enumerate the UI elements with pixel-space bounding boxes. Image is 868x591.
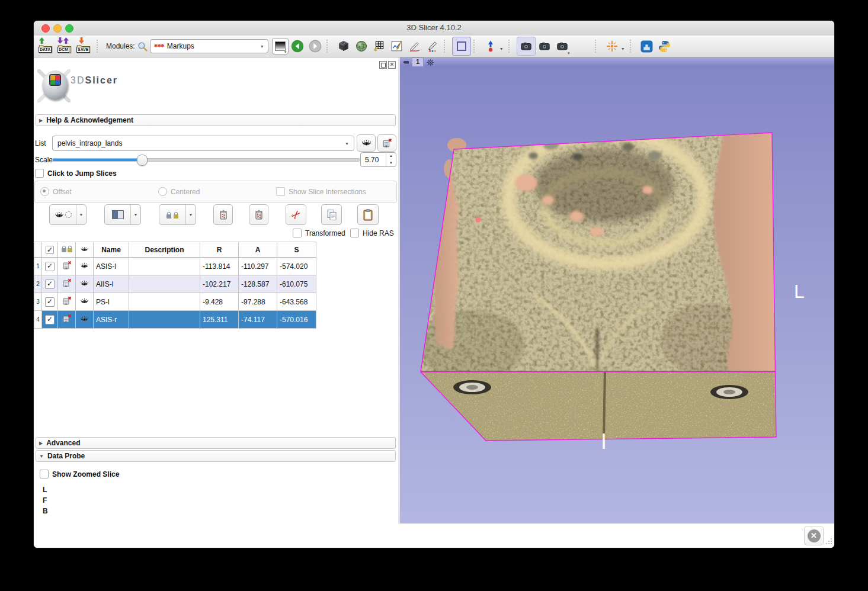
module-history-button[interactable]: ▼ — [272, 38, 289, 54]
undock-panel-button[interactable] — [379, 61, 387, 69]
r-cell[interactable]: -113.814 — [200, 258, 239, 275]
segment-editor-button[interactable] — [424, 37, 441, 55]
corner-header[interactable] — [34, 242, 42, 258]
locked-column-header[interactable] — [58, 242, 76, 258]
scene-view-restore-button[interactable]: ▼ — [553, 37, 571, 55]
checkbox-box[interactable] — [35, 169, 44, 178]
markups-list-combobox[interactable]: pelvis_intraop_lands ▼ — [52, 136, 354, 151]
cut-markup-button[interactable]: ✂ — [286, 204, 306, 225]
screenshot-button[interactable] — [517, 37, 536, 56]
centered-radio[interactable]: Centered — [158, 187, 200, 196]
s-cell[interactable]: -570.016 — [277, 311, 316, 329]
selected-column-header[interactable]: ✓ — [42, 242, 58, 258]
table-row[interactable]: 2 ✓ AIIS-l -102.217 -128.587 -610.075 — [34, 275, 316, 293]
table-row[interactable]: 3 ✓ PS-l -9.428 -97.288 -643.568 — [34, 293, 316, 311]
selected-dropdown[interactable]: ▼ — [130, 205, 140, 224]
visible-cell[interactable] — [76, 311, 94, 329]
name-cell[interactable]: ASIS-r — [94, 311, 129, 329]
save-button[interactable]: SAVE — [75, 37, 92, 55]
name-cell[interactable]: ASIS-l — [94, 258, 129, 275]
python-console-button[interactable] — [656, 37, 674, 55]
close-panel-button[interactable]: ✕ — [388, 61, 396, 69]
a-cell[interactable]: -74.117 — [239, 311, 277, 329]
offset-radio[interactable]: Offset — [40, 187, 72, 196]
crosshair-button[interactable] — [603, 37, 621, 55]
modules-forward-button[interactable] — [306, 37, 324, 55]
paste-markup-button[interactable] — [357, 204, 379, 225]
checkbox-box[interactable] — [40, 470, 49, 478]
description-cell[interactable] — [129, 293, 200, 311]
scale-slider[interactable] — [52, 158, 360, 162]
fiducial-dropdown-arrow[interactable]: ▼ — [499, 47, 504, 51]
layout-selector-button[interactable] — [452, 37, 471, 56]
checkbox-box[interactable] — [276, 187, 285, 196]
modules-back-button[interactable] — [289, 37, 306, 55]
help-acknowledgement-section[interactable]: ▶ Help & Acknowledgement — [36, 114, 396, 126]
volumes-module-button[interactable] — [335, 37, 353, 55]
checkbox-box[interactable] — [293, 229, 302, 237]
r-cell[interactable]: -102.217 — [200, 275, 239, 293]
spin-down-icon[interactable]: ▼ — [386, 160, 396, 167]
locked-cell[interactable] — [58, 293, 76, 311]
a-cell[interactable]: -97.288 — [239, 293, 277, 311]
transformed-checkbox[interactable]: Transformed — [293, 229, 345, 237]
show-zoomed-slice-checkbox[interactable]: Show Zoomed Slice — [40, 470, 119, 478]
r-cell[interactable]: -9.428 — [200, 293, 239, 311]
annotations-module-button[interactable] — [388, 37, 406, 55]
visible-column-header[interactable] — [76, 242, 94, 258]
delete-selected-markups-button[interactable] — [213, 204, 233, 225]
checkbox-box[interactable] — [350, 229, 359, 237]
a-cell[interactable]: -128.587 — [239, 275, 277, 293]
s-cell[interactable]: -643.568 — [277, 293, 316, 311]
slider-handle[interactable] — [137, 155, 148, 166]
view-3d-header[interactable]: 1 — [400, 57, 834, 67]
visible-cell[interactable] — [76, 275, 94, 293]
slice-intersections-checkbox[interactable]: Show Slice Intersections — [276, 187, 366, 196]
s-cell[interactable]: -610.075 — [277, 275, 316, 293]
toggle-lock-button[interactable]: ▼ — [159, 204, 196, 225]
crosshair-dropdown-arrow[interactable]: ▼ — [621, 47, 625, 51]
load-dicom-button[interactable]: DCM — [56, 37, 73, 55]
name-cell[interactable]: PS-l — [94, 293, 129, 311]
description-cell[interactable] — [129, 258, 200, 275]
visibility-dropdown[interactable]: ▼ — [76, 205, 86, 224]
extensions-manager-button[interactable] — [638, 37, 656, 55]
jump-slices-checkbox[interactable]: Click to Jump Slices — [35, 169, 117, 178]
table-row-selected[interactable]: 4 ✓ ASIS-r 125.311 -74.117 -570.016 — [34, 311, 316, 329]
description-column-header[interactable]: Description — [129, 242, 200, 258]
toggle-selected-button[interactable]: ▼ — [104, 204, 141, 225]
a-cell[interactable]: -110.297 — [239, 258, 277, 275]
lock-dropdown[interactable]: ▼ — [185, 205, 196, 224]
place-fiducial-button[interactable] — [482, 37, 499, 55]
r-column-header[interactable]: R — [200, 242, 239, 258]
scene-view-capture-button[interactable] — [536, 37, 553, 55]
module-search-icon[interactable] — [137, 41, 148, 52]
advanced-section[interactable]: ▶ Advanced — [36, 437, 396, 449]
selected-cell[interactable]: ✓ — [42, 311, 58, 329]
module-selector[interactable]: ✱✱✱ Markups ▼ — [150, 39, 268, 53]
selected-cell[interactable]: ✓ — [42, 258, 58, 275]
name-cell[interactable]: AIIS-l — [94, 275, 129, 293]
description-cell[interactable] — [129, 275, 200, 293]
s-column-header[interactable]: S — [277, 242, 316, 258]
a-column-header[interactable]: A — [239, 242, 277, 258]
radio-dot[interactable] — [40, 187, 49, 196]
visible-cell[interactable] — [76, 258, 94, 275]
selected-cell[interactable]: ✓ — [42, 275, 58, 293]
spinbox-arrows[interactable]: ▲ ▼ — [386, 153, 396, 166]
resize-grip[interactable] — [825, 538, 832, 545]
copy-markup-button[interactable] — [321, 204, 342, 225]
spin-up-icon[interactable]: ▲ — [386, 153, 396, 160]
visible-cell[interactable] — [76, 293, 94, 311]
selected-cell[interactable]: ✓ — [42, 293, 58, 311]
editor-module-button[interactable] — [406, 37, 424, 55]
locked-cell[interactable] — [58, 311, 76, 329]
data-probe-section[interactable]: ▼ Data Probe — [36, 450, 396, 462]
models-module-button[interactable] — [353, 37, 370, 55]
transforms-module-button[interactable] — [370, 37, 388, 55]
name-column-header[interactable]: Name — [94, 242, 129, 258]
radio-dot[interactable] — [158, 187, 167, 196]
delete-all-markups-button[interactable] — [249, 204, 268, 225]
error-log-button[interactable]: ✕ — [804, 526, 824, 545]
s-cell[interactable]: -574.020 — [277, 258, 316, 275]
